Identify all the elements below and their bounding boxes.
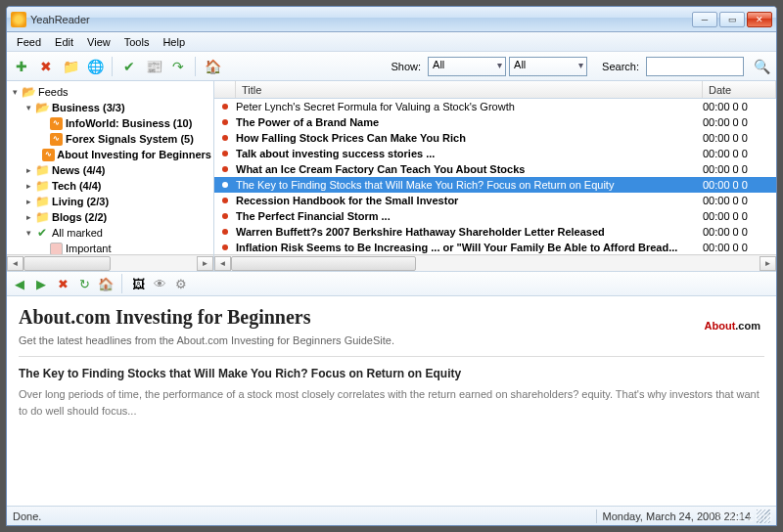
article-headline: The Key to Finding Stocks that Will Make… xyxy=(19,367,764,380)
tree-item-label: Tech (4/4) xyxy=(52,178,102,194)
sidebar-scrollbar[interactable]: ◄ ► xyxy=(7,254,213,271)
close-button[interactable]: ✕ xyxy=(747,12,772,27)
scroll-thumb[interactable] xyxy=(231,256,416,271)
article-body: Over long periods of time, the performan… xyxy=(19,386,764,419)
minimize-button[interactable]: ─ xyxy=(692,12,717,27)
list-row[interactable]: Talk about investing success stories ...… xyxy=(214,146,776,161)
list-row[interactable]: Peter Lynch's Secret Formula for Valuing… xyxy=(214,99,776,114)
titlebar[interactable]: YeahReader ─ ▭ ✕ xyxy=(7,7,776,32)
menu-help[interactable]: Help xyxy=(157,34,191,50)
tree-item-label: Blogs (2/2) xyxy=(52,209,107,225)
col-flag[interactable] xyxy=(214,81,236,98)
list-row[interactable]: The Power of a Brand Name00:00 0 0 xyxy=(214,114,776,130)
mark-unread-icon[interactable]: 📰 xyxy=(143,56,164,77)
scroll-track[interactable] xyxy=(231,256,760,271)
scroll-right-icon[interactable]: ► xyxy=(760,256,776,271)
tree-item[interactable]: ▸📁News (4/4) xyxy=(9,162,211,178)
browser-home-icon[interactable]: 🏠 xyxy=(97,275,115,292)
image-toggle-icon[interactable]: 🖼 xyxy=(129,275,147,292)
scroll-left-icon[interactable]: ◄ xyxy=(214,256,231,271)
tree-item-label: Business (3/3) xyxy=(52,100,125,115)
statusbar: Done. Monday, March 24, 2008 22:14 xyxy=(7,506,776,525)
refresh-icon[interactable]: 🌐 xyxy=(84,56,106,77)
article-pane: About.com About.com Investing for Beginn… xyxy=(7,296,776,506)
menu-edit[interactable]: Edit xyxy=(49,34,79,50)
unread-bullet-icon xyxy=(222,166,228,172)
list-row-title: Recession Handbook for the Small Investo… xyxy=(236,195,703,206)
unread-bullet-icon xyxy=(222,244,228,250)
scroll-track[interactable] xyxy=(23,256,197,271)
tree-item[interactable]: ▸📁Blogs (2/2) xyxy=(9,209,211,225)
expand-toggle-icon[interactable]: ▾ xyxy=(9,84,21,100)
list-row-date: 00:00 0 0 xyxy=(703,148,776,159)
list-row[interactable]: The Perfect Financial Storm ...00:00 0 0 xyxy=(214,208,776,224)
col-date[interactable]: Date xyxy=(703,81,776,98)
window-title: YeahReader xyxy=(30,14,692,25)
feed-tree[interactable]: ▾📂Feeds▾📂Business (3/3)∿InfoWorld: Busin… xyxy=(7,81,213,254)
expand-toggle-icon[interactable]: ▸ xyxy=(23,178,34,194)
menu-tools[interactable]: Tools xyxy=(118,34,156,50)
unread-bullet-icon xyxy=(222,198,228,203)
export-icon[interactable]: ↷ xyxy=(167,56,189,77)
list-row-title: The Power of a Brand Name xyxy=(236,116,703,128)
tree-item-label: Feeds xyxy=(38,84,69,100)
scroll-thumb[interactable] xyxy=(23,256,111,271)
tree-item[interactable]: ▾✔All marked xyxy=(9,225,211,241)
mark-read-icon[interactable]: ✔ xyxy=(118,56,140,77)
tree-item[interactable]: ▸📁Tech (4/4) xyxy=(9,178,211,194)
list-row[interactable]: How Falling Stock Prices Can Make You Ri… xyxy=(214,130,776,146)
settings-icon[interactable]: ⚙ xyxy=(172,275,190,292)
menu-feed[interactable]: Feed xyxy=(11,34,47,50)
refresh-button[interactable]: ↻ xyxy=(75,275,93,292)
tree-item[interactable]: ▾📂Business (3/3) xyxy=(9,100,211,115)
expand-toggle-icon[interactable]: ▸ xyxy=(23,162,34,178)
add-feed-icon[interactable]: ✚ xyxy=(11,56,32,77)
search-button[interactable]: 🔍 xyxy=(751,57,772,76)
tree-item[interactable]: ▸📁Living (2/3) xyxy=(9,194,211,209)
col-title[interactable]: Title xyxy=(236,81,703,98)
list-row[interactable]: Inflation Risk Seems to Be Increasing ..… xyxy=(214,240,776,254)
content-pane: Title Date Peter Lynch's Secret Formula … xyxy=(214,81,776,271)
list-row-date: 00:00 0 0 xyxy=(703,226,776,238)
expand-toggle-icon[interactable]: ▸ xyxy=(23,194,34,209)
folder-icon: 📁 xyxy=(34,210,50,224)
expand-toggle-icon[interactable]: ▸ xyxy=(23,209,34,225)
list-row[interactable]: The Key to Finding Stocks that Will Make… xyxy=(214,177,776,193)
delete-feed-icon[interactable]: ✖ xyxy=(35,56,57,77)
view-mode-icon[interactable]: 👁 xyxy=(151,275,168,292)
list-row[interactable]: Warren Buffett?s 2007 Berkshire Hathaway… xyxy=(214,224,776,240)
show-filter-1[interactable]: All xyxy=(428,57,506,76)
folder-icon: 📂 xyxy=(21,85,36,99)
tree-item[interactable]: ∿About Investing for Beginners xyxy=(9,147,211,162)
list-scrollbar[interactable]: ◄ ► xyxy=(214,254,776,271)
list-row[interactable]: What an Ice Cream Factory Can Teach You … xyxy=(214,161,776,177)
tree-item[interactable]: ▾📂Feeds xyxy=(9,84,211,100)
resize-grip[interactable] xyxy=(757,510,770,523)
add-folder-icon[interactable]: 📁 xyxy=(60,56,81,77)
maximize-button[interactable]: ▭ xyxy=(719,12,745,27)
menu-view[interactable]: View xyxy=(81,34,116,50)
show-filter-2[interactable]: All xyxy=(509,57,587,76)
browser-toolbar: ◀ ▶ ✖ ↻ 🏠 🖼 👁 ⚙ xyxy=(7,271,776,296)
scroll-right-icon[interactable]: ► xyxy=(197,256,213,271)
tree-item[interactable]: Important xyxy=(9,241,211,254)
status-separator xyxy=(596,510,597,523)
home-icon[interactable]: 🏠 xyxy=(202,56,223,77)
expand-toggle-icon[interactable]: ▾ xyxy=(23,225,34,241)
list-row-title: The Key to Finding Stocks that Will Make… xyxy=(236,179,703,191)
list-row[interactable]: Recession Handbook for the Small Investo… xyxy=(214,193,776,208)
forward-button[interactable]: ▶ xyxy=(32,275,50,292)
scroll-left-icon[interactable]: ◄ xyxy=(7,256,23,271)
tree-item[interactable]: ∿Forex Signals System (5) xyxy=(9,131,211,147)
unread-bullet-icon xyxy=(222,151,228,156)
list-row-title: Inflation Risk Seems to Be Increasing ..… xyxy=(236,242,703,253)
expand-toggle-icon[interactable]: ▾ xyxy=(23,100,34,115)
tree-item[interactable]: ∿InfoWorld: Business (10) xyxy=(9,115,211,131)
status-text: Done. xyxy=(13,510,590,522)
list-row-title: Peter Lynch's Secret Formula for Valuing… xyxy=(236,101,703,112)
stop-button[interactable]: ✖ xyxy=(54,275,71,292)
menubar: Feed Edit View Tools Help xyxy=(7,32,776,52)
search-input[interactable] xyxy=(646,57,744,76)
article-list[interactable]: Peter Lynch's Secret Formula for Valuing… xyxy=(214,99,776,254)
back-button[interactable]: ◀ xyxy=(11,275,28,292)
